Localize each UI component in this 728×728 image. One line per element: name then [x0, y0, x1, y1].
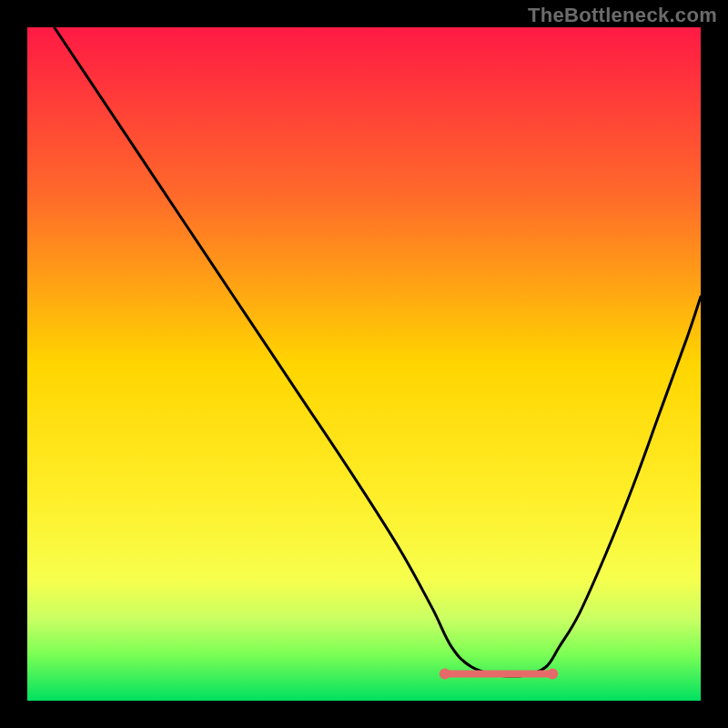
gradient-background — [27, 27, 701, 701]
watermark-text: TheBottleneck.com — [528, 4, 717, 27]
chart-svg — [0, 0, 728, 728]
svg-point-2 — [440, 668, 450, 679]
chart-frame: TheBottleneck.com — [0, 0, 728, 728]
svg-point-3 — [547, 668, 558, 679]
